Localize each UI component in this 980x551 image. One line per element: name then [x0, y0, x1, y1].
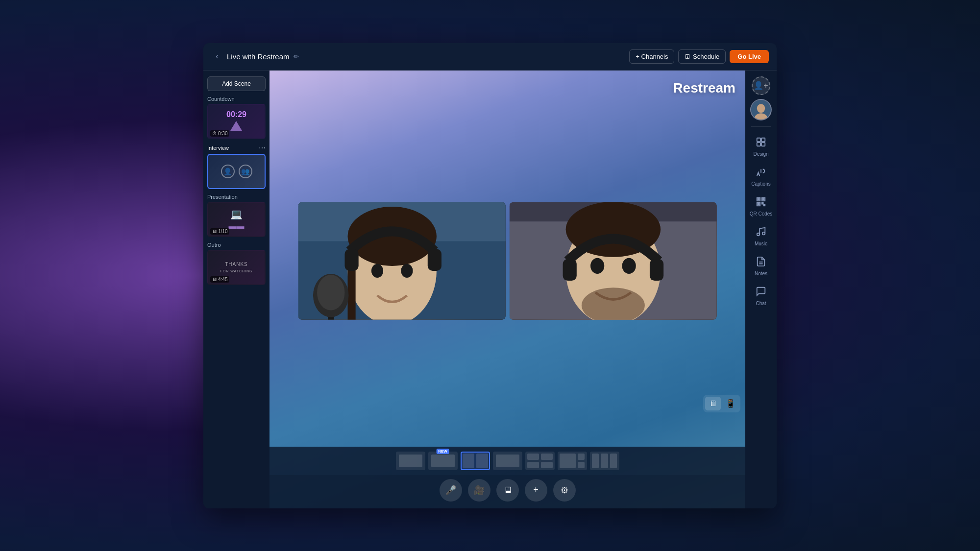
strip-layout-7[interactable]: [590, 452, 619, 470]
scene-label-interview: Interview ⋯: [207, 144, 266, 152]
add-scene-button[interactable]: Add Scene: [207, 76, 266, 91]
sidebar-tool-qrcodes[interactable]: QR Codes: [747, 192, 775, 220]
scene-item-interview[interactable]: Interview ⋯ 👤 👥: [207, 144, 266, 189]
screen-icon: 🖥: [503, 485, 512, 495]
camera-button[interactable]: 🎥: [468, 479, 490, 502]
guest-avatar[interactable]: [750, 99, 772, 120]
svg-rect-14: [344, 249, 358, 270]
header-left: ‹ Live with Restream ✏: [211, 50, 299, 62]
svg-rect-42: [764, 204, 765, 206]
add-source-button[interactable]: +: [525, 479, 547, 502]
music-icon: [756, 226, 766, 240]
sidebar-tool-notes[interactable]: Notes: [747, 252, 775, 280]
new-badge: NEW: [436, 449, 449, 454]
svg-rect-32: [761, 138, 765, 141]
preview-stage: Restream: [270, 71, 745, 447]
sidebar-tool-music[interactable]: Music: [747, 222, 775, 250]
svg-point-9: [371, 264, 383, 277]
go-live-button[interactable]: Go Live: [730, 50, 769, 63]
bottom-controls: 🎤 🎥 🖥 + ⚙: [270, 475, 745, 508]
video-grid: [298, 202, 716, 319]
strip-layout-3[interactable]: [461, 452, 490, 470]
notes-icon: [756, 256, 766, 269]
svg-rect-26: [563, 259, 576, 280]
scene-thumb-interview: 👤 👥: [207, 154, 266, 189]
right-sidebar: 👤+ D: [745, 71, 777, 508]
captions-icon: [756, 167, 766, 180]
strip-layout-4[interactable]: [493, 452, 522, 470]
scene-thumb-presentation: 💻 ▬▬ 🖥1/10: [207, 202, 266, 237]
svg-rect-31: [757, 138, 760, 141]
sidebar-tool-design[interactable]: Design: [747, 133, 775, 161]
scene-menu-icon[interactable]: ⋯: [259, 144, 266, 152]
mic-icon: 🎤: [445, 485, 456, 496]
scene-strip: NEW: [270, 447, 745, 475]
sidebar-tool-captions[interactable]: Captions: [747, 163, 775, 191]
mic-button[interactable]: 🎤: [440, 479, 462, 502]
back-button[interactable]: ‹: [211, 50, 223, 62]
svg-rect-38: [758, 198, 760, 200]
outro-text: THANKS FOR WATCHING: [220, 261, 252, 274]
strip-layout-2[interactable]: NEW: [428, 452, 458, 470]
scene-label-presentation: Presentation: [207, 194, 266, 200]
strip-layout-6[interactable]: [558, 452, 587, 470]
strip-layout-5[interactable]: [525, 452, 555, 470]
svg-rect-40: [758, 203, 760, 205]
person-add-icon: 👤+: [754, 81, 768, 90]
person-video-left: [298, 202, 505, 319]
svg-point-29: [757, 104, 765, 113]
scene-label-countdown: Countdown: [207, 96, 266, 102]
schedule-button[interactable]: 🗓 Schedule: [678, 49, 726, 64]
design-label: Design: [753, 151, 768, 157]
preview-area: Restream: [270, 71, 745, 508]
svg-rect-39: [763, 198, 764, 200]
project-title: Live with Restream: [227, 52, 290, 61]
scene-label-outro: Outro: [207, 242, 266, 248]
scene-item-countdown[interactable]: Countdown 00:29 ⏱0:30: [207, 96, 266, 139]
sidebar-divider: [751, 126, 771, 127]
add-guest-button[interactable]: 👤+: [752, 76, 770, 95]
view-toggle: 🖥 📱: [703, 395, 740, 412]
camera-icon: 🎥: [474, 485, 485, 496]
svg-point-10: [401, 264, 413, 277]
scene-item-presentation[interactable]: Presentation 💻 ▬▬ 🖥1/10: [207, 194, 266, 237]
app-window: ‹ Live with Restream ✏ + Channels 🗓 Sche…: [203, 43, 777, 508]
header: ‹ Live with Restream ✏ + Channels 🗓 Sche…: [203, 43, 777, 71]
scene-duration-countdown: ⏱0:30: [210, 130, 229, 137]
brand-watermark: Restream: [673, 80, 735, 96]
scene-duration-presentation: 🖥1/10: [210, 228, 229, 235]
sidebar-tool-chat[interactable]: Chat: [747, 282, 775, 310]
svg-rect-27: [650, 259, 663, 280]
presentation-icon: 💻: [230, 208, 243, 220]
qrcodes-icon: [756, 196, 766, 210]
design-icon: [756, 137, 766, 150]
person-video-right: [510, 202, 717, 319]
settings-button[interactable]: ⚙: [553, 479, 576, 502]
header-right: + Channels 🗓 Schedule Go Live: [629, 49, 769, 64]
notes-label: Notes: [755, 271, 767, 276]
captions-label: Captions: [751, 181, 770, 187]
scenes-panel: Add Scene Countdown 00:29 ⏱0:30: [203, 71, 270, 508]
svg-point-44: [762, 232, 765, 235]
desktop-view-button[interactable]: 🖥: [705, 397, 721, 410]
add-icon: +: [533, 485, 539, 495]
screen-share-button[interactable]: 🖥: [496, 479, 519, 502]
channels-button[interactable]: + Channels: [629, 49, 674, 64]
main-content: Add Scene Countdown 00:29 ⏱0:30: [203, 71, 777, 508]
edit-icon[interactable]: ✏: [294, 53, 299, 60]
video-feed-right: [510, 202, 717, 319]
svg-rect-41: [762, 202, 763, 204]
scene-thumb-countdown: 00:29 ⏱0:30: [207, 104, 266, 139]
presentation-label: ▬▬: [229, 222, 245, 231]
strip-layout-1[interactable]: [396, 452, 425, 470]
scene-item-outro[interactable]: Outro THANKS FOR WATCHING 🖥4:45: [207, 242, 266, 285]
scene-duration-outro: 🖥4:45: [210, 276, 229, 283]
mobile-view-button[interactable]: 📱: [723, 397, 738, 410]
chat-icon: [756, 286, 766, 299]
settings-icon: ⚙: [561, 485, 568, 496]
svg-rect-15: [427, 249, 441, 270]
svg-rect-34: [761, 142, 765, 145]
qrcodes-label: QR Codes: [750, 211, 773, 216]
music-label: Music: [755, 241, 767, 246]
svg-point-22: [590, 258, 604, 273]
